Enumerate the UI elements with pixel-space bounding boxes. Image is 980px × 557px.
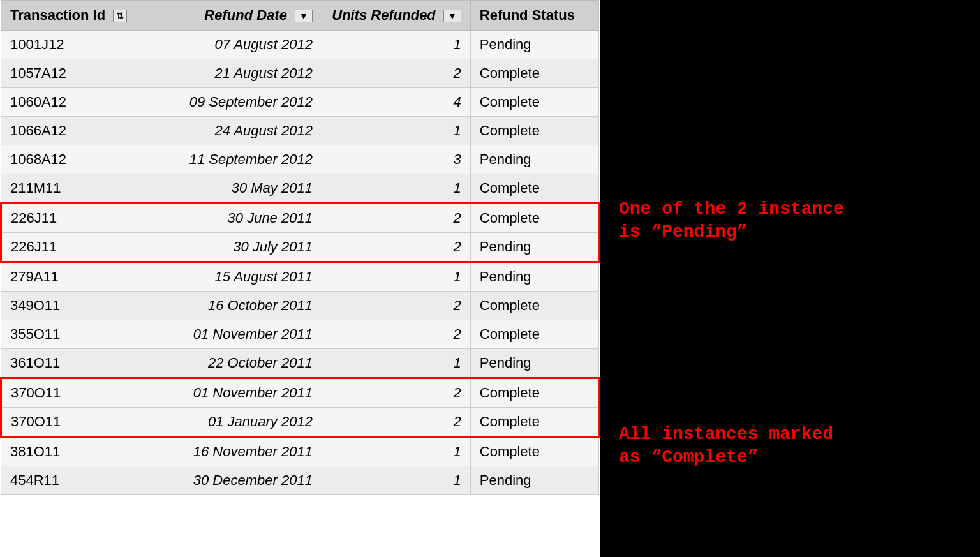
cell-units-refunded: 2	[322, 408, 470, 437]
cell-transaction-id: 211M11	[1, 174, 142, 204]
table-row: 1057A1221 August 20122Complete	[1, 59, 599, 88]
table-header-row: Transaction Id ⇅ Refund Date ▼ Units Ref…	[1, 1, 599, 31]
data-table: Transaction Id ⇅ Refund Date ▼ Units Ref…	[0, 0, 600, 557]
cell-transaction-id: 370O11	[1, 378, 142, 408]
cell-units-refunded: 2	[322, 292, 470, 320]
cell-units-refunded: 1	[322, 174, 470, 204]
col-header-refund-date[interactable]: Refund Date ▼	[142, 1, 322, 31]
cell-refund-status: Pending	[470, 233, 598, 262]
cell-refund-date: 01 January 2012	[142, 408, 322, 437]
cell-refund-status: Pending	[470, 145, 598, 174]
cell-transaction-id: 381O11	[1, 437, 142, 466]
cell-transaction-id: 454R11	[1, 466, 142, 495]
cell-refund-status: Complete	[470, 204, 598, 233]
cell-transaction-id: 1001J12	[1, 31, 142, 59]
table-row: 1066A1224 August 20121Complete	[1, 117, 599, 145]
table-row: 226J1130 June 20112Complete	[1, 204, 599, 233]
cell-refund-status: Pending	[470, 466, 598, 495]
cell-refund-date: 09 September 2012	[142, 88, 322, 117]
cell-refund-date: 30 December 2011	[142, 466, 322, 495]
filter-icon-units[interactable]: ▼	[443, 10, 461, 22]
annotation-complete: All instances markedas “Complete”	[619, 423, 961, 470]
table-row: 226J1130 July 20112Pending	[1, 233, 599, 262]
table-row: 370O1101 January 20122Complete	[1, 408, 599, 437]
cell-refund-date: 24 August 2012	[142, 117, 322, 145]
cell-units-refunded: 2	[322, 204, 470, 233]
table-row: 349O1116 October 20112Complete	[1, 292, 599, 320]
col-label-units-refunded: Units Refunded	[332, 7, 436, 23]
cell-refund-status: Complete	[470, 59, 598, 88]
col-header-transaction-id[interactable]: Transaction Id ⇅	[1, 1, 142, 31]
table-row: 1001J1207 August 20121Pending	[1, 31, 599, 59]
cell-units-refunded: 1	[322, 437, 470, 466]
cell-refund-date: 30 June 2011	[142, 204, 322, 233]
sort-icon[interactable]: ⇅	[113, 10, 127, 22]
cell-units-refunded: 1	[322, 349, 470, 378]
cell-units-refunded: 2	[322, 320, 470, 349]
cell-refund-status: Complete	[470, 174, 598, 204]
cell-transaction-id: 349O11	[1, 292, 142, 320]
cell-units-refunded: 2	[322, 378, 470, 408]
col-header-units-refunded[interactable]: Units Refunded ▼	[322, 1, 470, 31]
cell-refund-status: Pending	[470, 31, 598, 59]
cell-refund-date: 01 November 2011	[142, 378, 322, 408]
cell-refund-status: Complete	[470, 320, 598, 349]
cell-transaction-id: 226J11	[1, 204, 142, 233]
cell-transaction-id: 1066A12	[1, 117, 142, 145]
table-row: 211M1130 May 20111Complete	[1, 174, 599, 204]
cell-units-refunded: 1	[322, 262, 470, 292]
table-row: 381O1116 November 20111Complete	[1, 437, 599, 466]
cell-refund-status: Complete	[470, 88, 598, 117]
table-row: 1068A1211 September 20123Pending	[1, 145, 599, 174]
cell-units-refunded: 2	[322, 59, 470, 88]
cell-refund-status: Pending	[470, 349, 598, 378]
table-row: 370O1101 November 20112Complete	[1, 378, 599, 408]
cell-units-refunded: 3	[322, 145, 470, 174]
cell-units-refunded: 2	[322, 233, 470, 262]
cell-refund-status: Pending	[470, 262, 598, 292]
cell-refund-date: 16 November 2011	[142, 437, 322, 466]
cell-refund-date: 30 May 2011	[142, 174, 322, 204]
cell-transaction-id: 1068A12	[1, 145, 142, 174]
table-row: 454R1130 December 20111Pending	[1, 466, 599, 495]
cell-units-refunded: 1	[322, 31, 470, 59]
col-label-refund-date: Refund Date	[204, 7, 287, 23]
cell-refund-status: Complete	[470, 408, 598, 437]
cell-refund-status: Complete	[470, 378, 598, 408]
cell-refund-status: Complete	[470, 292, 598, 320]
cell-transaction-id: 370O11	[1, 408, 142, 437]
cell-refund-date: 30 July 2011	[142, 233, 322, 262]
cell-transaction-id: 279A11	[1, 262, 142, 292]
table-row: 1060A1209 September 20124Complete	[1, 88, 599, 117]
cell-units-refunded: 4	[322, 88, 470, 117]
cell-refund-date: 07 August 2012	[142, 31, 322, 59]
cell-refund-status: Complete	[470, 437, 598, 466]
cell-units-refunded: 1	[322, 117, 470, 145]
cell-refund-date: 16 October 2011	[142, 292, 322, 320]
col-label-transaction-id: Transaction Id	[10, 7, 105, 23]
col-label-refund-status: Refund Status	[480, 7, 575, 23]
annotation-pending: One of the 2 instanceis “Pending”	[619, 198, 961, 244]
cell-refund-status: Complete	[470, 117, 598, 145]
cell-transaction-id: 1060A12	[1, 88, 142, 117]
annotation-area: One of the 2 instanceis “Pending” All in…	[600, 0, 980, 557]
cell-refund-date: 01 November 2011	[142, 320, 322, 349]
table-row: 279A1115 August 20111Pending	[1, 262, 599, 292]
cell-transaction-id: 226J11	[1, 233, 142, 262]
filter-icon-date[interactable]: ▼	[295, 10, 313, 22]
table-row: 355O1101 November 20112Complete	[1, 320, 599, 349]
cell-transaction-id: 361O11	[1, 349, 142, 378]
cell-refund-date: 22 October 2011	[142, 349, 322, 378]
cell-transaction-id: 1057A12	[1, 59, 142, 88]
cell-transaction-id: 355O11	[1, 320, 142, 349]
cell-refund-date: 21 August 2012	[142, 59, 322, 88]
cell-units-refunded: 1	[322, 466, 470, 495]
cell-refund-date: 15 August 2011	[142, 262, 322, 292]
cell-refund-date: 11 September 2012	[142, 145, 322, 174]
table-row: 361O1122 October 20111Pending	[1, 349, 599, 378]
col-header-refund-status: Refund Status	[470, 1, 598, 31]
